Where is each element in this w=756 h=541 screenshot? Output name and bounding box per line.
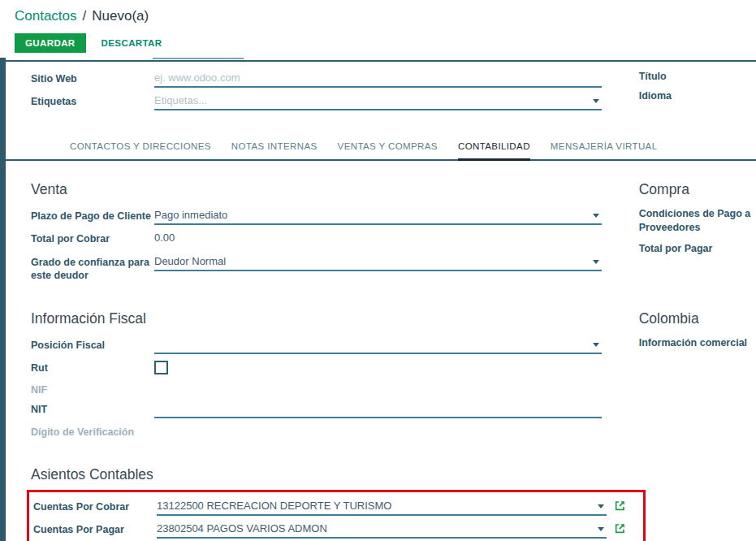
discard-button[interactable]: DESCARTAR [100,33,164,53]
informacion-comercial-label: Información comercial [639,336,756,350]
external-link-icon[interactable] [614,522,626,538]
chevron-down-icon[interactable] [593,99,599,103]
top-bar: Contactos/Nuevo(a) [0,0,756,25]
nit-input[interactable] [154,400,602,418]
digito-verificacion-row: Dígito de Verificación [31,423,602,439]
asientos-contables-group: Asientos Contables Cuentas Por Cobrar 13… [31,466,756,541]
etiquetas-placeholder: Etiquetas... [154,94,207,106]
grado-confianza-select[interactable]: Deudor Normal [154,253,602,271]
cuentas-por-cobrar-select[interactable]: 13122500 RECREACION DEPORTE Y TURISMO [157,498,607,516]
total-cobrar-label: Total por Cobrar [31,230,154,245]
etiquetas-input[interactable]: Etiquetas... [154,93,602,110]
external-link-icon[interactable] [614,500,626,515]
section-title-compra: Compra [639,181,756,198]
breadcrumb-contactos-link[interactable]: Contactos [15,8,77,24]
tab-contabilidad[interactable]: CONTABILIDAD [458,137,530,161]
section-title-asientos-contables: Asientos Contables [31,466,756,483]
grado-confianza-label: Grado de confianza para este deudor [31,253,154,283]
sitio-web-row: Sitio Web ej. www.odoo.com [31,70,602,88]
tab-notas-internas[interactable]: NOTAS INTERNAS [231,137,318,159]
total-pagar-label: Total por Pagar [639,242,756,256]
grado-confianza-row: Grado de confianza para este deudor Deud… [31,253,602,283]
sitio-web-placeholder: ej. www.odoo.com [154,71,240,84]
sitio-web-label: Sitio Web [31,70,154,85]
chevron-down-icon[interactable] [598,527,604,531]
posicion-fiscal-select[interactable] [154,336,602,354]
tab-mensajeria-virtual[interactable]: MENSAJERÍA VIRTUAL [551,137,658,159]
rut-row: Rut [31,359,602,375]
venta-compra-group: Venta Plazo de Pago de Cliente Pago inme… [31,161,756,288]
clipped-field-underline [153,58,244,59]
breadcrumb-separator: / [83,8,87,24]
etiquetas-row: Etiquetas Etiquetas... [31,93,602,110]
breadcrumb: Contactos/Nuevo(a) [15,7,756,25]
tab-ventas-y-compras[interactable]: VENTAS Y COMPRAS [338,137,438,159]
cuentas-por-cobrar-label: Cuentas Por Cobrar [33,498,157,513]
section-title-colombia: Colombia [639,310,756,327]
total-cobrar-value: 0.00 [154,230,602,246]
cuentas-por-pagar-row: Cuentas Por Pagar 23802504 PAGOS VARIOS … [33,521,643,539]
nif-label: NIF [31,381,154,396]
nif-row: NIF [31,381,602,396]
nit-label: NIT [31,400,154,416]
cuentas-por-cobrar-value: 13122500 RECREACION DEPORTE Y TURISMO [157,500,391,512]
idioma-label: Idioma [639,89,756,103]
action-buttons-row: GUARDAR DESCARTAR [15,32,756,54]
titulo-label: Título [639,70,756,84]
plazo-pago-row: Plazo de Pago de Cliente Pago inmediato [31,207,602,225]
chevron-down-icon[interactable] [593,214,599,218]
nit-row: NIT [31,400,602,418]
rut-field [154,359,602,375]
total-cobrar-row: Total por Cobrar 0.00 [31,230,602,246]
posicion-fiscal-label: Posición Fiscal [31,336,154,352]
highlight-red-box: Cuentas Por Cobrar 13122500 RECREACION D… [27,490,646,541]
cuentas-por-pagar-select[interactable]: 23802504 PAGOS VARIOS ADMON [157,521,607,539]
chevron-down-icon[interactable] [593,343,599,347]
save-button[interactable]: GUARDAR [15,33,86,53]
tab-contactos-y-direcciones[interactable]: CONTACTOS Y DIRECCIONES [70,137,211,159]
notebook-tabs: CONTACTOS Y DIRECCIONES NOTAS INTERNAS V… [6,137,756,161]
condiciones-pago-label: Condiciones de Pago a Proveedores [639,207,756,235]
cuentas-por-pagar-label: Cuentas Por Pagar [33,521,157,536]
header-fields: Sitio Web ej. www.odoo.com Etiquetas Eti… [31,70,756,115]
plazo-pago-value: Pago inmediato [154,209,227,221]
chevron-down-icon[interactable] [593,260,599,264]
plazo-pago-select[interactable]: Pago inmediato [154,207,602,225]
cuentas-por-pagar-value: 23802504 PAGOS VARIOS ADMON [157,522,327,535]
posicion-fiscal-row: Posición Fiscal [31,336,602,354]
etiquetas-label: Etiquetas [31,93,154,108]
fiscal-colombia-group: Información Fiscal Posición Fiscal Rut N… [31,288,756,444]
section-title-venta: Venta [31,181,602,198]
rut-label: Rut [31,359,154,374]
plazo-pago-label: Plazo de Pago de Cliente [31,207,154,223]
section-title-informacion-fiscal: Información Fiscal [31,310,602,327]
sitio-web-input[interactable]: ej. www.odoo.com [154,70,602,88]
rut-checkbox[interactable] [154,361,168,374]
chevron-down-icon[interactable] [598,504,604,509]
digito-verificacion-label: Dígito de Verificación [31,423,193,439]
breadcrumb-current: Nuevo(a) [92,8,149,24]
form-sheet: Sitio Web ej. www.odoo.com Etiquetas Eti… [0,62,756,541]
cuentas-por-cobrar-row: Cuentas Por Cobrar 13122500 RECREACION D… [33,498,643,516]
grado-confianza-value: Deudor Normal [154,255,226,267]
